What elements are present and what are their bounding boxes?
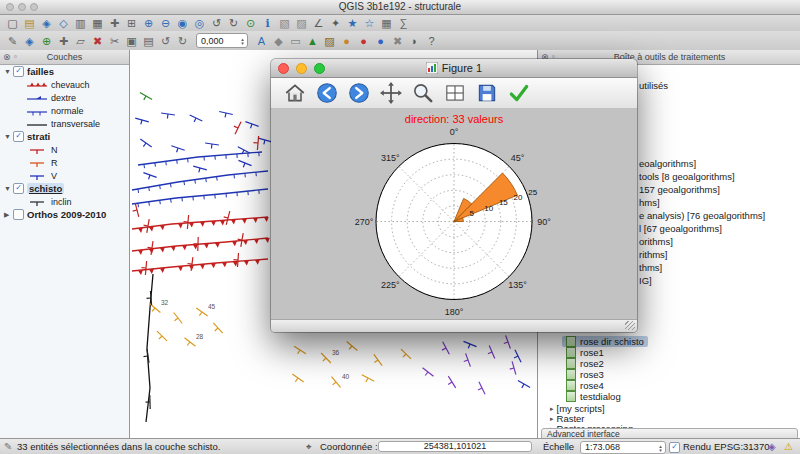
pan-map-icon[interactable]: ✚: [106, 16, 123, 30]
save-project-icon[interactable]: ◈: [38, 16, 55, 30]
remove-layer-icon[interactable]: ✖: [389, 34, 406, 48]
scale-stepper[interactable]: ▴▾: [656, 444, 665, 452]
zoom-full-icon[interactable]: ◉: [174, 16, 191, 30]
figure-titlebar[interactable]: Figure 1: [271, 59, 637, 78]
back-icon[interactable]: [315, 81, 339, 105]
figure-window[interactable]: Figure 1 0°45°90°135°180°225°270°315°510…: [271, 59, 637, 332]
layer-visibility-checkbox[interactable]: [13, 209, 24, 220]
toolbox-item[interactable]: tools [8 geoalgorithms]: [639, 171, 735, 182]
expander-icon[interactable]: ▼: [4, 185, 13, 192]
window-close-button[interactable]: [6, 3, 14, 11]
node-tool-icon[interactable]: ▱: [72, 34, 89, 48]
decorations-icon[interactable]: ◆: [270, 34, 287, 48]
paste-features-icon[interactable]: ▤: [140, 34, 157, 48]
toolbox-script-rose3[interactable]: rose3: [562, 369, 608, 380]
save-edits-icon[interactable]: ◈: [21, 34, 38, 48]
layer-item-transversale[interactable]: transversale: [0, 117, 129, 130]
layer-item-n[interactable]: N: [0, 143, 129, 156]
figure-plot-area[interactable]: 0°45°90°135°180°225°270°315°510152025dir…: [272, 108, 636, 320]
layer-item-r[interactable]: R: [0, 156, 129, 169]
layer-item-dextre[interactable]: dextre: [0, 91, 129, 104]
layer-item-chevauch[interactable]: chevauch: [0, 78, 129, 91]
zoom-icon[interactable]: [411, 81, 435, 105]
pan-to-selection-icon[interactable]: ⊞: [123, 16, 140, 30]
select-features-icon[interactable]: ▧: [276, 16, 293, 30]
new-project-icon[interactable]: ▢: [4, 16, 21, 30]
composer-manager-icon[interactable]: ▦: [89, 16, 106, 30]
copy-features-icon[interactable]: ▣: [123, 34, 140, 48]
crs-status[interactable]: EPSG:31370: [714, 439, 769, 454]
pan-icon[interactable]: [379, 81, 403, 105]
toolbox-item[interactable]: hms]: [639, 197, 660, 208]
expander-icon[interactable]: ▼: [4, 68, 13, 75]
window-zoom-button[interactable]: [30, 3, 38, 11]
resize-grip[interactable]: [625, 321, 635, 330]
render-checkbox[interactable]: ✓: [669, 442, 680, 453]
map-tips-icon[interactable]: ✦: [327, 16, 344, 30]
layer-visibility-checkbox[interactable]: ✓: [13, 183, 24, 194]
labeling-icon[interactable]: A: [253, 34, 270, 48]
deselect-features-icon[interactable]: ▨: [293, 16, 310, 30]
figure-zoom-button[interactable]: [314, 63, 325, 74]
layer-group-schisto[interactable]: ▼✓schisto: [0, 182, 129, 195]
add-raster-layer-icon[interactable]: ▨: [321, 34, 338, 48]
help-icon[interactable]: ?: [423, 34, 440, 48]
toolbox-item[interactable]: 157 geoalgorithms]: [639, 184, 720, 195]
attribute-table-icon[interactable]: ▦: [378, 16, 395, 30]
toolbox-script-rose2[interactable]: rose2: [562, 358, 608, 369]
identify-icon[interactable]: ℹ: [259, 16, 276, 30]
field-calculator-icon[interactable]: ∑: [395, 16, 412, 30]
point-marker-red-icon[interactable]: ●: [355, 34, 372, 48]
toolbox-item[interactable]: thms]: [639, 262, 662, 273]
coordinate-capture-icon[interactable]: ⌖: [306, 439, 312, 454]
measure-icon[interactable]: ∠: [310, 16, 327, 30]
layer-item-v[interactable]: V: [0, 169, 129, 182]
figure-close-button[interactable]: [278, 63, 289, 74]
figure-minimize-button[interactable]: [296, 63, 307, 74]
layer-group-orthos-2009-2010[interactable]: ▶Orthos 2009-2010: [0, 208, 129, 221]
toolbox-script-rose1[interactable]: rose1: [562, 347, 608, 358]
toolbox-item[interactable]: e analysis) [76 geoalgorithms]: [639, 210, 765, 221]
scale-combobox[interactable]: 1:73.068 ▴▾: [580, 441, 666, 454]
toggle-editing-icon[interactable]: ✎: [4, 34, 21, 48]
expander-icon[interactable]: ▶: [4, 211, 13, 219]
toolbox-item[interactable]: eoalgorithms]: [639, 158, 696, 169]
undo-icon[interactable]: ↺: [157, 34, 174, 48]
zoom-in-icon[interactable]: ⊕: [140, 16, 157, 30]
zoom-next-icon[interactable]: ↻: [225, 16, 242, 30]
subplots-icon[interactable]: [443, 81, 467, 105]
python-console-icon[interactable]: ◗: [406, 34, 423, 48]
toolbox-item[interactable]: IG]: [639, 275, 652, 286]
overview-icon[interactable]: ▭: [287, 34, 304, 48]
add-vector-layer-icon[interactable]: ▲: [304, 34, 321, 48]
panel-float-icon[interactable]: ▫: [14, 50, 17, 64]
forward-icon[interactable]: [347, 81, 371, 105]
delete-selected-icon[interactable]: ✖: [89, 34, 106, 48]
rotation-spinbox[interactable]: 0,000▴▾: [196, 33, 248, 48]
save-project-as-icon[interactable]: ◇: [55, 16, 72, 30]
home-icon[interactable]: [283, 81, 307, 105]
toolbox-script-rose-dir-schisto[interactable]: rose dir schisto: [562, 336, 648, 347]
redo-icon[interactable]: ↻: [174, 34, 191, 48]
window-titlebar[interactable]: QGIS 3b1e192 - structurale: [0, 0, 800, 15]
coordinate-input[interactable]: [378, 441, 532, 452]
layer-visibility-checkbox[interactable]: ✓: [13, 131, 24, 142]
show-bookmarks-icon[interactable]: ☆: [361, 16, 378, 30]
add-feature-icon[interactable]: ⊕: [38, 34, 55, 48]
toolbox-item[interactable]: rithms]: [639, 249, 668, 260]
messages-warning-icon[interactable]: ⚠: [784, 439, 793, 454]
layer-item-inclin[interactable]: inclin: [0, 195, 129, 208]
panel-close-icon[interactable]: ⊗: [3, 50, 11, 64]
new-composer-icon[interactable]: ▥: [72, 16, 89, 30]
cut-features-icon[interactable]: ✂: [106, 34, 123, 48]
expander-icon[interactable]: ▸: [550, 405, 554, 413]
toolbox-script-testdialog[interactable]: testdialog: [562, 391, 625, 402]
move-feature-icon[interactable]: ✚: [55, 34, 72, 48]
layer-visibility-checkbox[interactable]: ✓: [13, 66, 24, 77]
expander-icon[interactable]: ▼: [4, 133, 13, 140]
toolbox-script-rose4[interactable]: rose4: [562, 380, 608, 391]
window-minimize-button[interactable]: [18, 3, 26, 11]
toolbox-item[interactable]: orithms]: [639, 236, 673, 247]
rotation-stepper[interactable]: ▴▾: [238, 37, 247, 45]
save-icon[interactable]: [475, 81, 499, 105]
